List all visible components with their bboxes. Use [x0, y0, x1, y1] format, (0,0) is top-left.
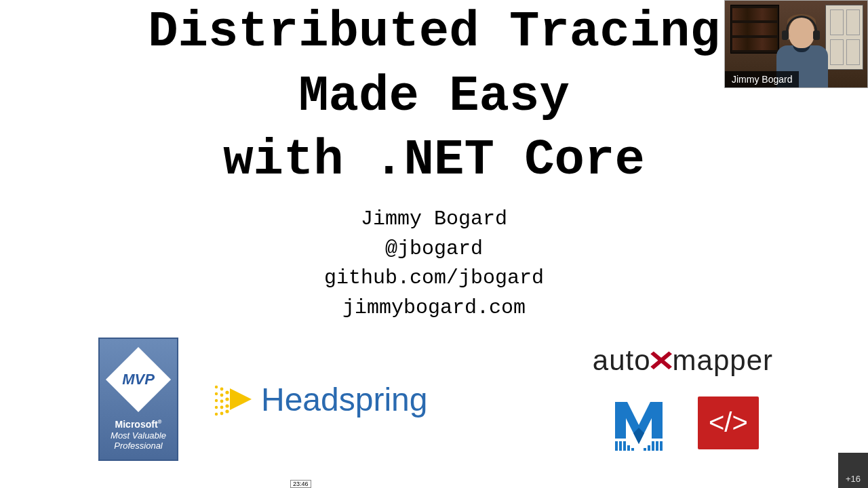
svg-point-12	[225, 404, 229, 407]
author-twitter: @jbogard	[0, 235, 868, 264]
svg-point-6	[220, 394, 224, 397]
svg-rect-21	[648, 445, 650, 451]
mvp-text: Microsoft® Most Valuable Professional	[111, 419, 166, 451]
svg-rect-23	[656, 441, 658, 451]
svg-point-7	[220, 400, 224, 403]
headspring-name: Headspring	[261, 381, 427, 418]
svg-rect-16	[619, 441, 622, 451]
svg-rect-20	[644, 448, 646, 451]
svg-rect-22	[652, 441, 654, 451]
author-name: Jimmy Bogard	[0, 205, 868, 235]
mvp-diamond-icon: MVP	[106, 347, 171, 412]
mvp-abbr: MVP	[115, 357, 161, 403]
svg-rect-17	[623, 441, 626, 451]
automapper-logo: auto ✕ mapper	[593, 344, 773, 378]
mvp-line3: Professional	[111, 441, 166, 451]
headspring-burst-icon	[212, 380, 253, 418]
headspring-logo: Headspring	[212, 380, 427, 418]
microsoft-mvp-logo: MVP Microsoft® Most Valuable Professiona…	[98, 338, 178, 461]
svg-point-1	[215, 392, 218, 395]
logo-row: MVP Microsoft® Most Valuable Professiona…	[0, 338, 868, 461]
title-line-3: with .NET Core	[0, 128, 868, 192]
code-symbol: </>	[709, 407, 748, 438]
svg-rect-19	[631, 448, 634, 451]
automapper-x-icon: ✕	[647, 344, 676, 378]
mvp-line1: Microsoft	[115, 419, 158, 430]
svg-rect-15	[615, 441, 618, 451]
svg-point-5	[220, 388, 224, 391]
automapper-left: auto	[593, 344, 651, 377]
mediatr-logo	[607, 391, 671, 455]
svg-point-13	[225, 409, 229, 413]
svg-point-0	[215, 386, 218, 388]
right-logo-column: auto ✕ mapper	[593, 344, 773, 455]
svg-point-10	[225, 390, 229, 394]
webcam-label: Jimmy Bogard	[725, 71, 799, 87]
svg-point-2	[215, 399, 218, 402]
webcam-panel[interactable]: Jimmy Bogard	[724, 0, 868, 88]
participant-count[interactable]: +16	[838, 453, 868, 488]
svg-point-9	[220, 412, 224, 415]
author-info: Jimmy Bogard @jbogard github.com/jbogard…	[0, 205, 868, 323]
svg-marker-14	[230, 388, 252, 410]
svg-point-11	[225, 397, 229, 401]
author-website: jimmybogard.com	[0, 293, 868, 323]
automapper-right: mapper	[673, 344, 773, 377]
code-logo: </>	[698, 396, 759, 449]
author-github: github.com/jbogard	[0, 264, 868, 293]
timestamp-overlay: 23:46	[290, 480, 311, 488]
svg-point-4	[215, 413, 218, 415]
svg-rect-24	[660, 441, 663, 451]
svg-point-3	[215, 406, 218, 409]
mvp-line2: Most Valuable	[111, 430, 166, 441]
sub-logos: </>	[607, 391, 759, 455]
svg-point-8	[220, 406, 224, 409]
svg-rect-18	[627, 445, 630, 451]
participant-count-value: +16	[846, 474, 861, 484]
